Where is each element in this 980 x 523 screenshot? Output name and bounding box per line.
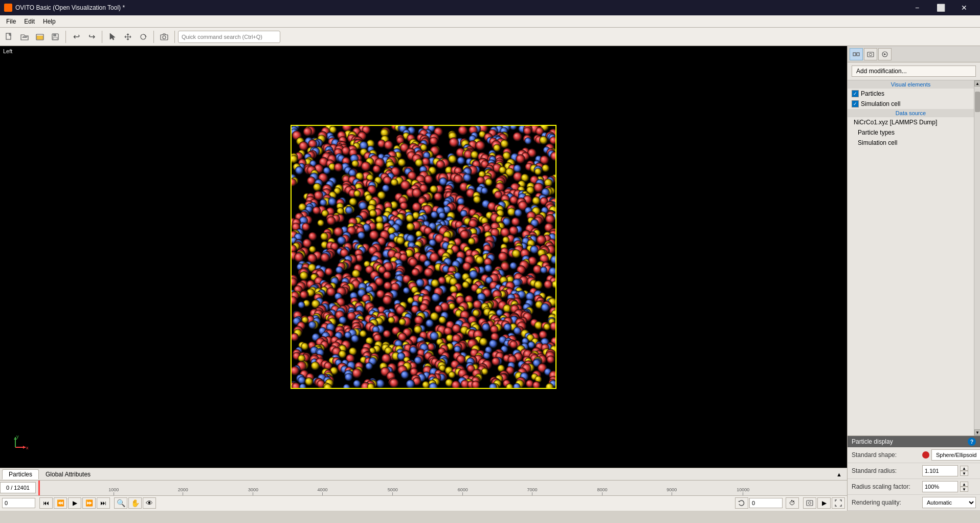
standard-shape-select[interactable]: Sphere/Ellipsoid Cube/Box <box>931 449 980 461</box>
ruler-mark-7000: 7000 <box>527 487 537 495</box>
pipeline-panel-button[interactable] <box>850 48 863 60</box>
svg-rect-4 <box>53 34 56 36</box>
right-panel: Add modification... Visual elements Part… <box>847 46 980 511</box>
panel-toolbar <box>848 46 980 62</box>
go-end-button[interactable]: ⏭ <box>97 497 110 509</box>
add-modification-area: Add modification... <box>848 62 980 80</box>
render-panel-button[interactable] <box>878 48 892 60</box>
scroll-thumb[interactable] <box>975 92 980 112</box>
rendering-quality-select[interactable]: Automatic Low Medium High <box>922 497 976 508</box>
zoom-button[interactable]: 🔍 <box>114 497 127 509</box>
right-panel-content: Visual elements Particles Simulation cel… <box>848 80 974 435</box>
rotate-button[interactable] <box>136 30 150 44</box>
timeline: 1000 2000 3000 4000 <box>0 480 847 511</box>
scroll-down-button[interactable]: ▼ <box>974 429 980 435</box>
radius-spinners: ▲ ▼ <box>960 466 968 476</box>
radius-scaling-value: ▲ ▼ <box>922 481 976 492</box>
play-button[interactable]: ▶ <box>68 497 81 509</box>
frame-input[interactable] <box>2 498 35 508</box>
close-button[interactable]: ✕ <box>952 0 976 15</box>
pipeline-tree-area: Visual elements Particles Simulation cel… <box>848 80 980 435</box>
svg-marker-6 <box>110 33 115 40</box>
rendering-quality-row: Rendering quality: Automatic Low Medium … <box>848 495 980 511</box>
svg-rect-20 <box>808 500 809 501</box>
minimize-button[interactable]: − <box>905 0 929 15</box>
scroll-up-button[interactable]: ▲ <box>974 80 980 86</box>
prev-fast-button[interactable]: ⏪ <box>54 497 67 509</box>
viewport-canvas[interactable]: x y <box>0 46 847 468</box>
radius-scaling-input[interactable] <box>922 481 958 492</box>
command-search-input[interactable] <box>178 31 280 43</box>
camera-panel-button[interactable] <box>864 48 877 60</box>
svg-rect-22 <box>853 53 856 56</box>
scaling-spinners: ▲ ▼ <box>960 482 968 492</box>
main-area: Left x y Particles <box>0 46 980 511</box>
redo-button[interactable]: ↪ <box>84 30 99 44</box>
frame-marker <box>38 481 40 496</box>
tab-global-attributes[interactable]: Global Attributes <box>39 469 97 480</box>
add-modification-button[interactable]: Add modification... <box>852 66 976 77</box>
simulation-cell-data-item[interactable]: Simulation cell <box>848 138 974 148</box>
particles-visual-element[interactable]: Particles <box>848 89 974 99</box>
toolbar: ↩ ↪ <box>0 28 980 46</box>
radius-up-spinner[interactable]: ▲ <box>960 466 968 471</box>
scaling-down-spinner[interactable]: ▼ <box>960 487 968 492</box>
tab-particles[interactable]: Particles <box>2 469 39 480</box>
loop-button[interactable] <box>735 497 748 509</box>
svg-rect-25 <box>867 52 874 57</box>
viewport-label: Left <box>3 48 12 54</box>
svg-marker-12 <box>23 446 26 449</box>
next-fast-button[interactable]: ⏩ <box>82 497 96 509</box>
radius-down-spinner[interactable]: ▼ <box>960 471 968 476</box>
play2-button[interactable]: ▶ <box>817 497 831 509</box>
view-button[interactable]: 👁 <box>143 497 156 509</box>
render-anim-button[interactable] <box>803 497 816 509</box>
svg-rect-21 <box>810 500 811 501</box>
scroll-thumb-area <box>974 86 980 429</box>
collapse-icon[interactable]: ▲ <box>833 471 845 477</box>
menu-file[interactable]: File <box>2 15 20 27</box>
maximize-button[interactable]: ⬜ <box>929 0 952 15</box>
open-folder-button[interactable] <box>33 30 47 44</box>
help-button[interactable]: ? <box>968 438 976 446</box>
standard-radius-label: Standard radius: <box>852 467 918 474</box>
move-button[interactable] <box>121 30 135 44</box>
tree-scrollbar[interactable]: ▲ ▼ <box>974 80 980 435</box>
go-start-button[interactable]: ⏮ <box>39 497 53 509</box>
toolbar-separator-2 <box>102 31 102 43</box>
undo-button[interactable]: ↩ <box>69 30 83 44</box>
standard-radius-input[interactable] <box>922 465 958 476</box>
svg-marker-28 <box>884 53 886 55</box>
snapshot-button[interactable] <box>157 30 171 44</box>
particles-checkbox[interactable] <box>852 90 859 97</box>
new-button[interactable] <box>2 30 16 44</box>
select-button[interactable] <box>105 30 120 44</box>
scaling-up-spinner[interactable]: ▲ <box>960 482 968 487</box>
pan-button[interactable]: ✋ <box>128 497 142 509</box>
menu-help[interactable]: Help <box>39 15 60 27</box>
title-text: OVITO Basic (Open Visualization Tool) * <box>15 4 125 11</box>
menu-edit[interactable]: Edit <box>20 15 39 27</box>
simulation-cell-visual-element[interactable]: Simulation cell <box>848 99 974 109</box>
data-source-item[interactable]: NiCrCo1.xyz [LAMMPS Dump] <box>848 117 974 127</box>
shape-color-dot[interactable] <box>922 451 929 459</box>
save-button[interactable] <box>48 30 62 44</box>
app-icon <box>4 4 12 12</box>
toolbar-separator-3 <box>153 31 154 43</box>
timeline-ruler: 1000 2000 3000 4000 <box>0 481 847 496</box>
visual-elements-header: Visual elements <box>848 80 974 89</box>
standard-radius-row: Standard radius: ▲ ▼ <box>848 463 980 479</box>
simulation-canvas[interactable] <box>291 125 556 389</box>
toolbar-separator-4 <box>174 31 175 43</box>
radius-scaling-row: Radius scaling factor: ▲ ▼ <box>848 479 980 495</box>
fullscreen-button[interactable] <box>832 497 845 509</box>
particle-types-item[interactable]: Particle types <box>848 127 974 138</box>
title-bar: OVITO Basic (Open Visualization Tool) * … <box>0 0 980 15</box>
toolbar-separator-1 <box>65 31 66 43</box>
axis-indicator: x y <box>10 432 31 452</box>
open-button[interactable] <box>17 30 32 44</box>
simulation-cell-checkbox[interactable] <box>852 100 859 107</box>
loop-frame-input[interactable] <box>749 498 783 508</box>
ruler-mark-4000: 4000 <box>318 487 328 495</box>
clock-button[interactable]: ⏱ <box>786 497 799 509</box>
